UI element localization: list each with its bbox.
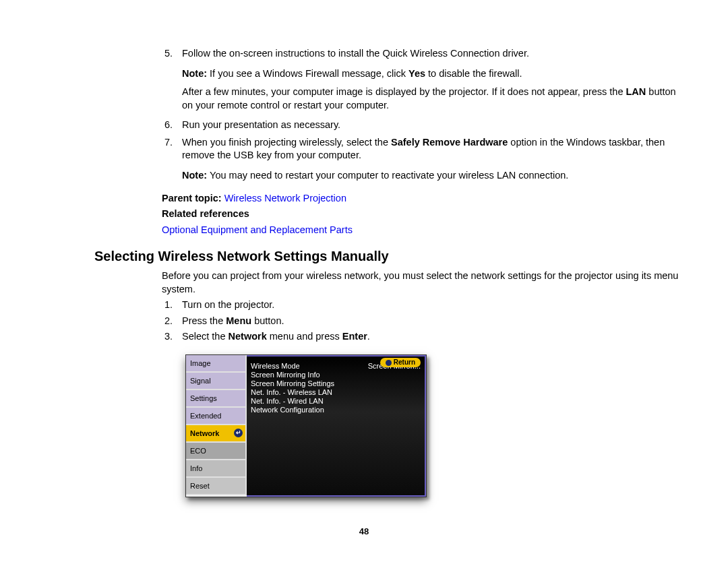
step2-2: 2. Press the Menu button. [182,315,681,328]
menu-item-info[interactable]: Info [186,460,247,478]
network-row[interactable]: Screen Mirroring Settings [251,379,421,388]
step-text: Turn on the projector. [182,299,274,310]
menu-item-reset[interactable]: Reset [186,478,247,495]
enter-icon: ↵ [234,429,243,437]
note-text: If you see a Windows Firewall message, c… [210,68,408,79]
step-text: When you finish projecting wirelessly, s… [182,137,665,161]
menu-left-column: Image Signal Settings Extended Network ↵… [186,355,247,497]
return-button[interactable]: Return [380,358,421,367]
step-number: 1. [164,299,173,312]
step-number: 6. [164,119,173,132]
after-text: After a few minutes, your computer image… [182,86,626,97]
note-2: Note: You may need to restart your compu… [182,169,681,183]
network-row[interactable]: Net. Info. - Wireless LAN [251,388,421,397]
network-row[interactable]: Network Configuration [251,406,421,414]
section-intro: Before you can project from your wireles… [162,270,681,296]
step-5: 5. Follow the on-screen instructions to … [182,47,681,61]
step-number: 2. [164,315,173,328]
parent-topic: Parent topic: Wireless Network Projectio… [162,192,681,206]
step-6: 6. Run your presentation as necessary. [182,119,681,132]
network-row[interactable]: Screen Mirroring Info [251,371,421,379]
row-key: Wireless Mode [251,362,300,371]
menu-item-extended[interactable]: Extended [186,408,247,425]
menu-item-signal[interactable]: Signal [186,373,247,390]
parent-topic-link[interactable]: Wireless Network Projection [224,193,346,204]
return-label: Return [394,358,415,367]
note-1: Note: If you see a Windows Firewall mess… [182,67,681,81]
section-heading: Selecting Wireless Network Settings Manu… [94,247,681,266]
related-reference-link[interactable]: Optional Equipment and Replacement Parts [162,224,353,235]
after-note-1: After a few minutes, your computer image… [182,86,681,112]
note-text-2: to disable the firewall. [425,68,522,79]
step-number: 5. [164,47,173,61]
note-label: Note: [182,170,210,181]
step-text: Run your presentation as necessary. [182,119,340,130]
step-number: 7. [164,136,173,150]
related-references-label: Related references [162,208,249,219]
note-text: You may need to restart your computer to… [210,170,568,181]
parent-topic-label: Parent topic: [162,193,224,204]
menu-item-settings[interactable]: Settings [186,390,247,408]
step-text: Select the Network menu and press Enter. [182,331,370,342]
menu-item-label: Network [190,429,219,437]
menu-item-image[interactable]: Image [186,355,247,373]
note-bold: Yes [408,68,425,79]
page-number: 48 [0,526,728,538]
step-7: 7. When you finish projecting wirelessly… [182,136,681,162]
after-bold: LAN [626,86,646,97]
step-text: Follow the on-screen instructions to ins… [182,48,529,59]
projector-menu-screenshot: Image Signal Settings Extended Network ↵… [185,354,427,497]
step2-3: 3. Select the Network menu and press Ent… [182,330,681,344]
return-icon [386,360,392,366]
step2-1: 1. Turn on the projector. [182,299,681,312]
menu-item-eco[interactable]: ECO [186,443,247,460]
network-row[interactable]: Net. Info. - Wired LAN [251,397,421,406]
step-text: Press the Menu button. [182,315,284,326]
menu-right-panel: Return Wireless Mode Screen Mirrori... S… [247,355,426,497]
note-label: Note: [182,68,210,79]
step-number: 3. [164,330,173,344]
menu-item-network[interactable]: Network ↵ [186,425,247,443]
